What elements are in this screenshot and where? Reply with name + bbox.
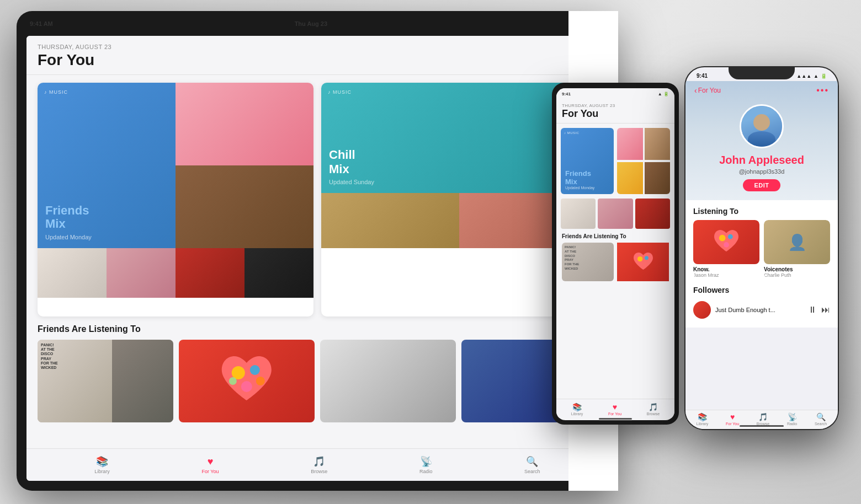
chill-mix-subtitle: Updated Sunday (329, 179, 589, 185)
chevron-left-icon: ‹ (694, 86, 697, 95)
iphone-friends-mix[interactable]: Friends Mix Updated Monday (561, 128, 614, 194)
album-bottom-3[interactable] (176, 248, 245, 298)
listening-item-1[interactable]: Know. Jason Mraz (693, 220, 759, 278)
player-controls-follower: ⏸ ⏭ (808, 305, 830, 315)
friends-mix-subtitle-word: Mix (45, 217, 66, 230)
profile-edit-btn: EDIT (694, 179, 829, 191)
listening-album-2-name: Voicenotes (764, 266, 830, 272)
featured-card-left[interactable]: Friends Mix Updated Monday (38, 83, 313, 317)
iphone-x-tab-browse[interactable]: 🎵 Browse (757, 412, 769, 426)
ipad-status-bar: 9:41 AM Thu Aug 23 ▲ 100% 🔋 (17, 11, 618, 36)
album-bottom-1[interactable] (38, 248, 107, 298)
friends-mix-card[interactable]: Friends Mix Updated Monday (38, 83, 176, 248)
back-button[interactable]: ‹ For You (694, 86, 721, 95)
tab-search[interactable]: 🔍 Search (515, 453, 549, 476)
listening-item-2[interactable]: 👤 Voicenotes Charlie Puth (764, 220, 830, 278)
for-you-icon: ♥ (208, 456, 214, 468)
iphone-browse-label: Browse (647, 412, 660, 416)
profile-avatar (740, 104, 784, 148)
chill-line1: Chill (329, 148, 589, 162)
radio-icon: 📡 (420, 455, 432, 468)
profile-header: ‹ For You ••• John Appleseed @johnappl3s… (685, 81, 838, 200)
ipad-date-status: Thu Aug 23 (295, 20, 327, 27)
iphone-small-title: For You (562, 108, 669, 120)
album-bottom-2[interactable] (107, 248, 176, 298)
iphone-x-tab-search[interactable]: 🔍 Search (815, 412, 827, 426)
search-label: Search (524, 469, 540, 474)
iphone-x-tab-radio[interactable]: 📡 Radio (787, 412, 797, 426)
friend-album-jason[interactable] (179, 340, 315, 422)
skip-icon[interactable]: ⏭ (821, 305, 830, 315)
friends-albums-grid: PANIC!AT THEDISCOPRAYFOR THEWICKED (38, 340, 597, 422)
svg-point-7 (719, 235, 726, 242)
iphone-friends-section: Friends Are Listening To PANIC!AT THEDIS… (561, 233, 670, 281)
iphone-x-notch (729, 66, 795, 79)
iphone-small-tab-bar: 📚 Library ♥ For You 🎵 Browse (556, 399, 674, 418)
tab-radio[interactable]: 📡 Radio (411, 453, 442, 476)
panic-text: PANIC!AT THEDISCOPRAYFOR THEWICKED (41, 343, 109, 371)
iphone-x-status-right: ▲▲▲ ▲ 🔋 (796, 73, 827, 79)
profile-avatar-body (748, 131, 775, 147)
iphone-x-screen: 9:41 ▲▲▲ ▲ 🔋 ‹ For You ••• (685, 67, 838, 429)
iphone-alb-2[interactable] (645, 128, 671, 160)
album-bottom-4[interactable] (245, 248, 313, 298)
featured-card-grid: Friends Mix Updated Monday (38, 83, 313, 248)
friends-section-title: Friends Are Listening To (38, 324, 597, 334)
svg-point-6 (644, 256, 648, 260)
chill-album-1[interactable] (321, 193, 459, 248)
iphone-tab-library[interactable]: 📚 Library (571, 403, 583, 416)
iphone-b-alb-3[interactable] (635, 199, 670, 229)
more-button[interactable]: ••• (816, 85, 829, 95)
iphone-alb-4[interactable] (645, 162, 671, 194)
tab-library[interactable]: 📚 Library (86, 453, 119, 476)
iphone-x-for-you-label: For You (726, 422, 739, 426)
iphone-x-search-icon: 🔍 (816, 412, 826, 421)
iphone-tab-browse[interactable]: 🎵 Browse (647, 403, 660, 416)
iphone-x-tab-library[interactable]: 📚 Library (697, 412, 708, 426)
iphone-x-radio-icon: 📡 (788, 412, 797, 421)
iphone-alb-1[interactable] (617, 128, 643, 160)
profile-name-red: Appleseed (748, 154, 804, 166)
iphone-b-alb-1[interactable] (561, 199, 596, 229)
charlie-person-icon: 👤 (788, 233, 807, 251)
tab-browse[interactable]: 🎵 Browse (302, 453, 336, 476)
panic-overlay: PANIC!AT THEDISCOPRAYFOR THEWICKED (38, 340, 173, 422)
edit-button[interactable]: EDIT (743, 179, 780, 191)
pause-icon[interactable]: ⏸ (808, 305, 817, 315)
iphone-small-status-right: ▲ 🔋 (658, 92, 669, 96)
iphone-fm-line2: Mix (565, 178, 577, 186)
iphone-alb-3[interactable] (617, 162, 643, 194)
friend-album-bw[interactable] (320, 340, 456, 422)
iphone-for-you-label: For You (608, 412, 621, 416)
profile-name: John Appleseed (694, 154, 829, 167)
iphone-x-tab-for-you[interactable]: ♥ For You (726, 412, 739, 426)
scene: 9:41 AM Thu Aug 23 ▲ 100% 🔋 Thursday, Au… (0, 0, 861, 504)
chill-line2: Mix (329, 162, 589, 176)
album-thumb-pink[interactable] (176, 83, 313, 165)
iphone-f-jason[interactable] (617, 243, 669, 281)
radio-label: Radio (419, 469, 433, 474)
friend-album-panic[interactable]: PANIC!AT THEDISCOPRAYFOR THEWICKED (38, 340, 173, 422)
iphone-x-for-you-icon: ♥ (730, 412, 735, 421)
iphone-x-time: 9:41 (697, 73, 708, 79)
profile-avatar-wrapper (694, 104, 829, 148)
panic-left: PANIC!AT THEDISCOPRAYFOR THEWICKED (38, 340, 112, 422)
listening-album-2-artist: Charlie Puth (764, 272, 830, 278)
profile-avatar-face (753, 114, 770, 131)
iphone-small-time: 9:41 (562, 92, 571, 96)
iphone-f-panic[interactable]: PANIC!AT THEDISCOPRAYFOR THEWICKED (562, 243, 614, 281)
ipad-content: Friends Mix Updated Monday (26, 75, 608, 448)
ipad-time: 9:41 AM (30, 20, 53, 27)
browse-icon: 🎵 (313, 455, 325, 468)
tab-for-you[interactable]: ♥ For You (193, 454, 228, 476)
iphone-library-icon: 📚 (572, 403, 582, 411)
iphone-b-alb-2[interactable] (598, 199, 633, 229)
iphone-friends-title: Friends Are Listening To (562, 233, 669, 239)
svg-point-4 (256, 377, 265, 385)
listening-grid: Know. Jason Mraz 👤 Voicenotes Charlie Pu… (693, 220, 830, 278)
iphone-x-wifi-icon: ▲ (814, 73, 819, 79)
iphone-x-home-indicator (740, 425, 784, 427)
album-thumb-flowers[interactable] (176, 165, 313, 248)
iphone-tab-for-you[interactable]: ♥ For You (608, 403, 621, 416)
profile-handle: @johnappl3s33d (694, 168, 829, 175)
